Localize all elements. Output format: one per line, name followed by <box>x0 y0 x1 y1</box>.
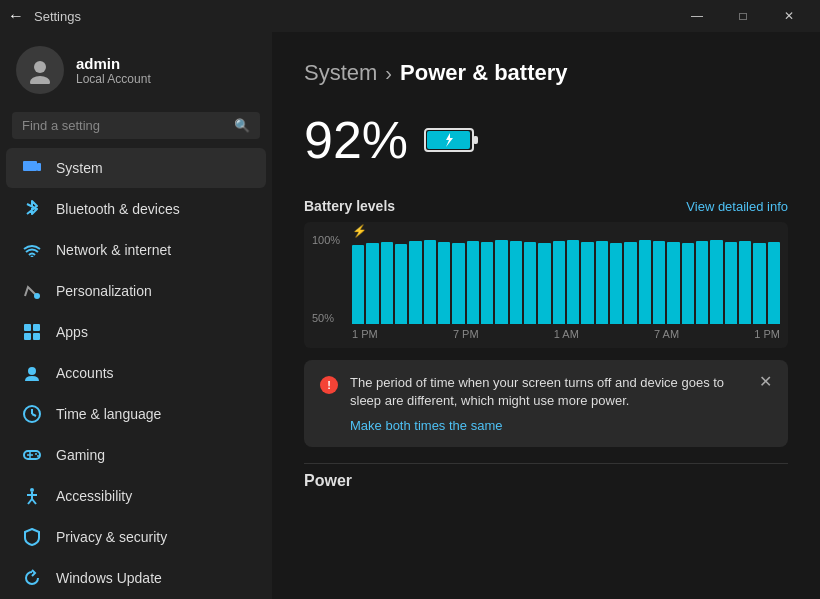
user-name: admin <box>76 55 151 72</box>
chart-bar <box>696 241 708 324</box>
main-container: admin Local Account 🔍 System <box>0 32 820 599</box>
search-box[interactable]: 🔍 <box>12 112 260 139</box>
svg-point-5 <box>34 293 40 299</box>
user-profile[interactable]: admin Local Account <box>0 32 272 108</box>
y-label-100: 100% <box>312 234 340 246</box>
svg-point-18 <box>37 455 39 457</box>
sidebar-item-gaming[interactable]: Gaming <box>6 435 266 475</box>
view-detailed-info-link[interactable]: View detailed info <box>686 199 788 214</box>
breadcrumb-arrow: › <box>385 62 392 85</box>
accounts-icon <box>22 363 42 383</box>
svg-point-1 <box>30 76 50 84</box>
notification-content: The period of time when your screen turn… <box>350 374 747 433</box>
svg-rect-3 <box>37 163 41 171</box>
bars-container <box>352 234 780 324</box>
chart-bar <box>381 242 393 324</box>
sidebar: admin Local Account 🔍 System <box>0 32 272 599</box>
svg-point-19 <box>30 488 34 492</box>
chart-bar <box>438 242 450 324</box>
chart-bar <box>739 241 751 324</box>
notification-text: The period of time when your screen turn… <box>350 374 747 410</box>
sidebar-label-accessibility: Accessibility <box>56 488 132 504</box>
chart-bar <box>667 242 679 324</box>
minimize-button[interactable]: — <box>674 0 720 32</box>
chart-bar <box>753 243 765 324</box>
sidebar-item-privacy[interactable]: Privacy & security <box>6 517 266 557</box>
svg-line-23 <box>32 499 36 504</box>
notification-close-button[interactable]: ✕ <box>759 374 772 390</box>
sidebar-label-bluetooth: Bluetooth & devices <box>56 201 180 217</box>
chart-y-labels: 100% 50% <box>312 234 340 324</box>
sidebar-nav: System Bluetooth & devices <box>0 147 272 599</box>
sidebar-item-windows-update[interactable]: Windows Update <box>6 558 266 598</box>
chart-bar <box>596 241 608 324</box>
sidebar-item-network[interactable]: Network & internet <box>6 230 266 270</box>
x-label-0: 1 PM <box>352 328 378 340</box>
breadcrumb-parent: System <box>304 60 377 86</box>
chart-bar <box>768 242 780 324</box>
svg-point-4 <box>31 256 34 258</box>
svg-rect-2 <box>23 161 37 171</box>
chart-header: Battery levels View detailed info <box>304 198 788 214</box>
chart-bar <box>395 244 407 324</box>
chart-bar <box>366 243 378 324</box>
content-area: System › Power & battery 92% <box>272 32 820 599</box>
maximize-button[interactable]: □ <box>720 0 766 32</box>
svg-rect-6 <box>24 324 31 331</box>
chart-bar <box>409 241 421 324</box>
svg-point-10 <box>28 367 36 375</box>
gaming-icon <box>22 445 42 465</box>
chart-bar <box>481 242 493 324</box>
search-input[interactable] <box>22 118 226 133</box>
x-label-3: 7 AM <box>654 328 679 340</box>
chart-bar <box>452 243 464 324</box>
monitor-icon <box>22 158 42 178</box>
chart-bar <box>639 240 651 324</box>
sidebar-item-bluetooth[interactable]: Bluetooth & devices <box>6 189 266 229</box>
chart-bar <box>553 241 565 324</box>
battery-chart: ⚡ 100% 50% 1 PM 7 PM 1 AM <box>304 222 788 348</box>
chart-bar <box>725 242 737 324</box>
svg-rect-7 <box>33 324 40 331</box>
clock-icon <box>22 404 42 424</box>
sidebar-item-apps[interactable]: Apps <box>6 312 266 352</box>
notification-banner: ! The period of time when your screen tu… <box>304 360 788 447</box>
sidebar-label-privacy: Privacy & security <box>56 529 167 545</box>
sidebar-item-system[interactable]: System <box>6 148 266 188</box>
avatar <box>16 46 64 94</box>
svg-rect-9 <box>33 333 40 340</box>
sidebar-label-system: System <box>56 160 103 176</box>
shield-icon <box>22 527 42 547</box>
chart-bar <box>653 241 665 324</box>
sidebar-label-gaming: Gaming <box>56 447 105 463</box>
back-button[interactable]: ← <box>8 7 24 25</box>
battery-chart-section: Battery levels View detailed info ⚡ 100%… <box>304 198 788 348</box>
chart-title: Battery levels <box>304 198 395 214</box>
update-icon <box>22 568 42 588</box>
y-label-50: 50% <box>312 312 340 324</box>
chart-bar <box>424 240 436 324</box>
titlebar: ← Settings — □ ✕ <box>0 0 820 32</box>
paint-icon <box>22 281 42 301</box>
chart-bar <box>610 243 622 324</box>
chart-bar <box>467 241 479 324</box>
svg-point-0 <box>34 61 46 73</box>
network-icon <box>22 240 42 260</box>
accessibility-icon <box>22 486 42 506</box>
chart-bar <box>510 241 522 324</box>
close-button[interactable]: ✕ <box>766 0 812 32</box>
apps-icon <box>22 322 42 342</box>
sidebar-item-time[interactable]: Time & language <box>6 394 266 434</box>
sidebar-item-accounts[interactable]: Accounts <box>6 353 266 393</box>
sidebar-label-apps: Apps <box>56 324 88 340</box>
titlebar-controls: — □ ✕ <box>674 0 812 32</box>
sidebar-item-personalization[interactable]: Personalization <box>6 271 266 311</box>
notification-action-link[interactable]: Make both times the same <box>350 418 747 433</box>
battery-icon <box>424 125 480 155</box>
sidebar-item-accessibility[interactable]: Accessibility <box>6 476 266 516</box>
svg-rect-8 <box>24 333 31 340</box>
chart-bar <box>352 245 364 324</box>
chart-bar <box>581 242 593 324</box>
breadcrumb-current: Power & battery <box>400 60 568 86</box>
x-label-4: 1 PM <box>754 328 780 340</box>
